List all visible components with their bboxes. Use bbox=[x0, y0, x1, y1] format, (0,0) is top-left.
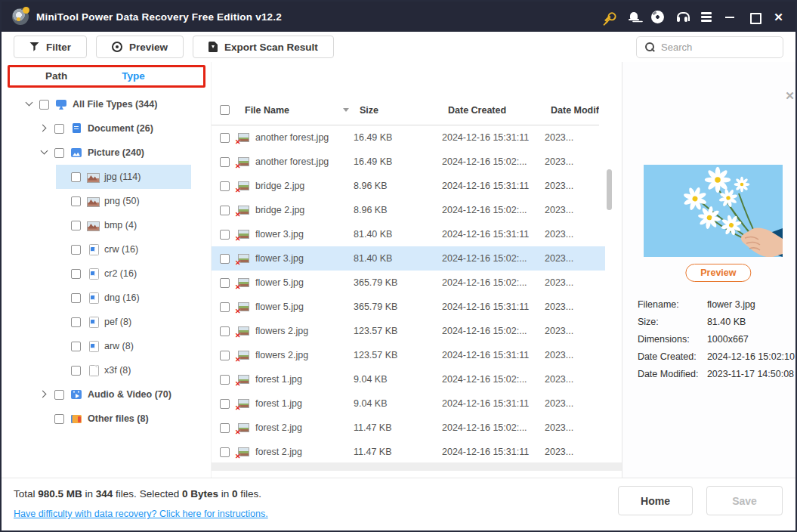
expander-icon[interactable] bbox=[39, 123, 50, 134]
table-row[interactable]: bridge 2.jpg 8.96 KB 2024-12-16 15:02:..… bbox=[212, 198, 605, 222]
row-checkbox[interactable] bbox=[220, 157, 230, 167]
column-header-date-created[interactable]: Date Created bbox=[448, 105, 551, 116]
export-scan-result-button[interactable]: Export Scan Result bbox=[193, 36, 334, 58]
tree-item[interactable]: pef (8) bbox=[56, 310, 211, 334]
table-row[interactable]: forest 2.jpg 11.47 KB 2024-12-16 15:31:1… bbox=[212, 440, 605, 464]
expander-icon[interactable] bbox=[56, 172, 66, 182]
tree-checkbox[interactable] bbox=[71, 196, 81, 206]
row-checkbox[interactable] bbox=[220, 302, 230, 312]
table-row[interactable]: another forest.jpg 16.49 KB 2024-12-16 1… bbox=[212, 125, 605, 150]
table-row[interactable]: flowers 2.jpg 123.57 KB 2024-12-16 15:02… bbox=[212, 319, 605, 343]
table-row[interactable]: another forest.jpg 16.49 KB 2024-12-16 1… bbox=[212, 150, 605, 174]
select-all-checkbox[interactable] bbox=[220, 105, 230, 115]
preview-close-icon[interactable]: ✕ bbox=[785, 91, 795, 101]
tree-checkbox[interactable] bbox=[71, 317, 81, 327]
save-button[interactable]: Save bbox=[706, 486, 783, 515]
tree-item[interactable]: arw (8) bbox=[56, 334, 211, 358]
preview-action-button[interactable]: Preview bbox=[685, 264, 751, 282]
home-button[interactable]: Home bbox=[618, 486, 693, 515]
tree-item[interactable]: x3f (8) bbox=[56, 358, 211, 382]
table-row[interactable]: flower 5.jpg 365.79 KB 2024-12-16 15:31:… bbox=[212, 295, 605, 319]
expander-icon[interactable] bbox=[56, 317, 66, 327]
tree-checkbox[interactable] bbox=[54, 148, 64, 158]
key-icon[interactable] bbox=[600, 8, 618, 26]
bell-icon[interactable] bbox=[627, 11, 640, 23]
tree-checkbox[interactable] bbox=[71, 269, 81, 279]
horizontal-scrollbar[interactable] bbox=[212, 462, 622, 471]
menu-icon[interactable] bbox=[700, 11, 712, 23]
expander-icon[interactable] bbox=[56, 220, 66, 230]
expander-icon[interactable] bbox=[39, 413, 50, 424]
tree-checkbox[interactable] bbox=[54, 124, 64, 134]
expander-icon[interactable] bbox=[56, 341, 66, 351]
row-checkbox[interactable] bbox=[220, 326, 230, 336]
search-input[interactable] bbox=[661, 42, 775, 53]
filter-button[interactable]: Filter bbox=[14, 36, 87, 58]
tree-item[interactable]: All File Types (344) bbox=[24, 92, 211, 116]
tree-checkbox[interactable] bbox=[39, 100, 49, 110]
close-icon[interactable]: ✕ bbox=[772, 11, 785, 23]
expander-icon[interactable] bbox=[56, 244, 66, 255]
table-row[interactable]: forest 1.jpg 9.04 KB 2024-12-16 15:02:..… bbox=[212, 367, 605, 391]
expander-icon[interactable] bbox=[56, 365, 66, 376]
tree-checkbox[interactable] bbox=[54, 390, 64, 400]
expander-icon[interactable] bbox=[24, 99, 35, 110]
row-checkbox[interactable] bbox=[220, 230, 230, 240]
row-checkbox[interactable] bbox=[220, 133, 230, 143]
row-checkbox[interactable] bbox=[220, 181, 230, 191]
picture-icon bbox=[70, 147, 82, 159]
headset-icon[interactable] bbox=[675, 11, 688, 23]
tree-item[interactable]: Document (26) bbox=[39, 116, 211, 141]
expander-icon[interactable] bbox=[56, 196, 66, 206]
sort-desc-icon[interactable] bbox=[343, 108, 349, 112]
preview-button[interactable]: Preview bbox=[96, 36, 184, 58]
row-checkbox[interactable] bbox=[220, 375, 230, 385]
row-checkbox[interactable] bbox=[220, 254, 230, 264]
expander-icon[interactable] bbox=[39, 389, 50, 400]
table-row[interactable]: flowers 2.jpg 123.57 KB 2024-12-16 15:31… bbox=[212, 343, 605, 367]
tree-item[interactable]: Picture (240) bbox=[39, 141, 211, 165]
minimize-icon[interactable] bbox=[724, 11, 737, 23]
disc-icon[interactable] bbox=[651, 11, 664, 23]
tree-checkbox[interactable] bbox=[71, 293, 81, 303]
tree-item[interactable]: Other files (8) bbox=[39, 407, 211, 431]
tree-checkbox[interactable] bbox=[71, 245, 81, 255]
column-header-size[interactable]: Size bbox=[360, 105, 448, 116]
vertical-scrollbar-thumb[interactable] bbox=[607, 169, 612, 210]
table-row[interactable]: flower 5.jpg 365.79 KB 2024-12-16 15:02:… bbox=[212, 271, 605, 295]
tree-item[interactable]: bmp (4) bbox=[56, 213, 211, 237]
expander-icon[interactable] bbox=[39, 147, 50, 158]
row-checkbox[interactable] bbox=[220, 206, 230, 215]
maximize-icon[interactable] bbox=[748, 11, 761, 23]
tree-checkbox[interactable] bbox=[71, 172, 81, 182]
tree-item[interactable]: jpg (114) bbox=[56, 165, 191, 189]
row-checkbox[interactable] bbox=[220, 423, 230, 433]
table-row[interactable]: bridge 2.jpg 8.96 KB 2024-12-16 15:31:11… bbox=[212, 174, 605, 198]
tree-checkbox[interactable] bbox=[71, 342, 81, 351]
row-checkbox[interactable] bbox=[220, 399, 230, 409]
tree-item[interactable]: dng (16) bbox=[56, 286, 211, 310]
table-row[interactable]: forest 2.jpg 11.47 KB 2024-12-16 15:02:.… bbox=[212, 416, 605, 440]
expander-icon[interactable] bbox=[56, 268, 66, 279]
tree-item[interactable]: cr2 (16) bbox=[56, 261, 211, 286]
table-row[interactable]: forest 1.jpg 9.04 KB 2024-12-16 15:31:11… bbox=[212, 391, 605, 416]
column-header-file-name[interactable]: File Name bbox=[245, 105, 360, 116]
app-window: MiniTool Power Data Recovery Free Editio… bbox=[0, 0, 797, 532]
table-row[interactable]: flower 3.jpg 81.40 KB 2024-12-16 15:02:.… bbox=[212, 246, 605, 271]
tab-path[interactable]: Path bbox=[45, 70, 67, 82]
expander-icon[interactable] bbox=[56, 292, 66, 303]
column-header-date-modified[interactable]: Date Modif bbox=[551, 105, 599, 116]
table-row[interactable]: flower 3.jpg 81.40 KB 2024-12-16 15:31:1… bbox=[212, 222, 605, 246]
help-link[interactable]: Have difficulty with data recovery? Clic… bbox=[14, 509, 268, 519]
row-checkbox[interactable] bbox=[220, 278, 230, 288]
tree-checkbox[interactable] bbox=[71, 221, 81, 230]
tree-item[interactable]: crw (16) bbox=[56, 237, 211, 261]
tree-checkbox[interactable] bbox=[54, 414, 64, 424]
tree-checkbox[interactable] bbox=[71, 366, 81, 376]
tree-item[interactable]: Audio & Video (70) bbox=[39, 382, 211, 407]
row-checkbox[interactable] bbox=[220, 447, 230, 457]
cell-file-name: forest 2.jpg bbox=[255, 422, 354, 433]
row-checkbox[interactable] bbox=[220, 351, 230, 360]
tree-item[interactable]: png (50) bbox=[56, 189, 211, 213]
tab-type[interactable]: Type bbox=[122, 70, 145, 82]
